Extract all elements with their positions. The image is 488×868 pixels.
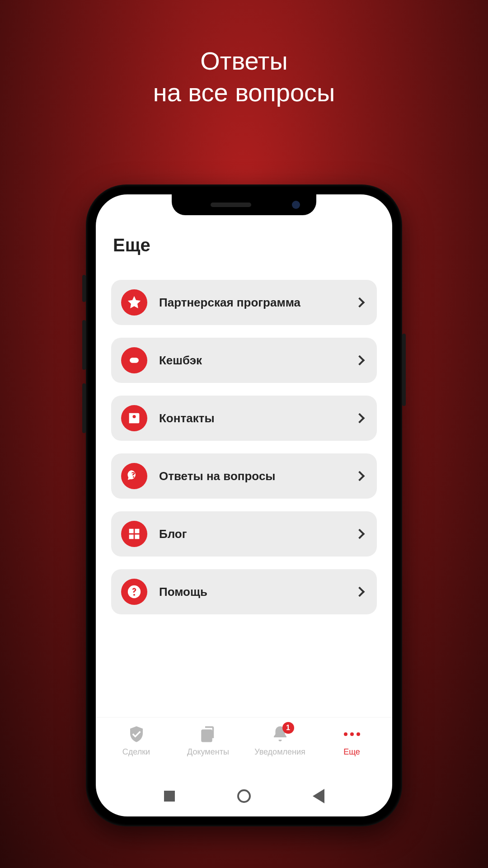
phone-notch bbox=[172, 194, 316, 215]
notification-badge: 1 bbox=[282, 722, 294, 734]
tab-more[interactable]: Еще bbox=[316, 722, 388, 776]
chevron-right-icon bbox=[355, 297, 365, 308]
phone-frame: Еще Партнерская программа Кешбэк bbox=[86, 184, 402, 826]
tab-label: Уведомления bbox=[254, 747, 305, 757]
android-back-button[interactable] bbox=[310, 788, 327, 804]
chevron-right-icon bbox=[355, 413, 365, 424]
menu-item-label: Кешбэк bbox=[159, 354, 356, 368]
android-nav-bar bbox=[96, 776, 392, 816]
tab-deals[interactable]: Сделки bbox=[100, 722, 172, 776]
android-recent-button[interactable] bbox=[161, 788, 178, 804]
contacts-icon bbox=[121, 405, 147, 431]
phone-side-button bbox=[402, 334, 406, 406]
svg-rect-0 bbox=[130, 358, 139, 363]
phone-screen: Еще Партнерская программа Кешбэк bbox=[96, 194, 392, 816]
blog-icon bbox=[121, 521, 147, 547]
tab-label: Сделки bbox=[122, 747, 150, 757]
menu-item-label: Ответы на вопросы bbox=[159, 469, 356, 483]
menu-item-faq[interactable]: Ответы на вопросы bbox=[111, 453, 377, 499]
promo-headline: Ответы на все вопросы bbox=[0, 45, 488, 108]
phone-side-button bbox=[82, 275, 86, 302]
menu-list: Партнерская программа Кешбэк Контакты bbox=[111, 280, 377, 614]
bell-icon: 1 bbox=[271, 725, 290, 744]
android-home-button[interactable] bbox=[236, 788, 252, 804]
docs-icon bbox=[199, 725, 218, 744]
shield-icon bbox=[127, 725, 146, 744]
camera-icon bbox=[292, 201, 300, 209]
phone-side-button bbox=[82, 383, 86, 433]
star-icon bbox=[121, 289, 147, 316]
chevron-right-icon bbox=[355, 529, 365, 539]
phone-side-button bbox=[82, 320, 86, 370]
menu-item-blog[interactable]: Блог bbox=[111, 511, 377, 557]
menu-item-label: Партнерская программа bbox=[159, 296, 356, 310]
chevron-right-icon bbox=[355, 355, 365, 366]
menu-item-label: Помощь bbox=[159, 585, 356, 599]
menu-item-partner[interactable]: Партнерская программа bbox=[111, 280, 377, 325]
promo-line-1: Ответы bbox=[0, 45, 488, 77]
cashback-icon bbox=[121, 347, 147, 373]
menu-item-contacts[interactable]: Контакты bbox=[111, 396, 377, 441]
faq-icon bbox=[121, 463, 147, 489]
page-title: Еще bbox=[111, 235, 377, 255]
chevron-right-icon bbox=[355, 587, 365, 597]
tab-label: Документы bbox=[187, 747, 229, 757]
promo-line-2: на все вопросы bbox=[0, 77, 488, 108]
menu-item-label: Контакты bbox=[159, 411, 356, 425]
tab-label: Еще bbox=[343, 747, 360, 757]
tab-notifications[interactable]: 1 Уведомления bbox=[244, 722, 316, 776]
app-content: Еще Партнерская программа Кешбэк bbox=[96, 194, 392, 717]
menu-item-help[interactable]: Помощь bbox=[111, 569, 377, 614]
chevron-right-icon bbox=[355, 471, 365, 481]
speaker-icon bbox=[211, 203, 251, 207]
menu-item-label: Блог bbox=[159, 527, 356, 541]
more-icon bbox=[343, 725, 361, 744]
help-icon bbox=[121, 579, 147, 605]
menu-item-cashback[interactable]: Кешбэк bbox=[111, 338, 377, 383]
tab-documents[interactable]: Документы bbox=[172, 722, 244, 776]
tab-bar: Сделки Документы 1 Уведомления Еще bbox=[96, 717, 392, 776]
